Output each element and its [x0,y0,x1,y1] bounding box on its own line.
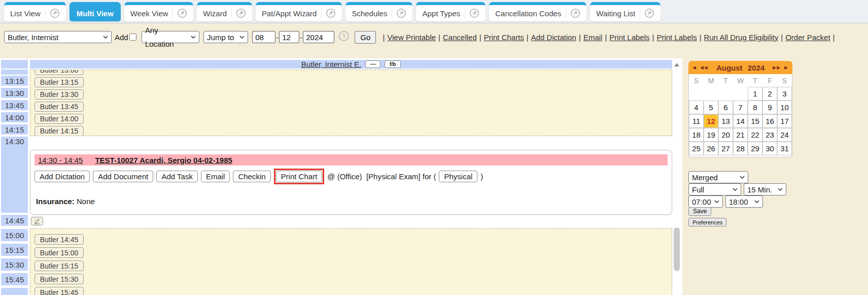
date-year-input[interactable] [303,31,334,43]
go-button[interactable]: Go [355,31,376,44]
toolbar-link-print-charts[interactable]: Print Charts [484,33,524,42]
calendar-day-19[interactable]: 19 [704,128,718,142]
tab-week-view[interactable]: Week View [124,2,193,21]
calendar-day-21[interactable]: 21 [733,128,748,142]
appt-action-checkin[interactable]: Checkin [233,171,270,182]
appointment-type-button[interactable]: Physical [439,171,477,182]
scrollbar-thumb[interactable] [674,227,680,271]
calendar-day-24[interactable]: 24 [777,128,792,142]
calendar-day-2[interactable]: 2 [762,87,777,101]
slot-button-butler-15-00[interactable]: Butler 15:00 [34,247,84,258]
clock-icon[interactable] [338,35,350,43]
slot-button-butler-15-45[interactable]: Butler 15:45 [34,287,84,295]
scroll-up-arrow[interactable] [674,63,679,67]
appt-action-add-dictation[interactable]: Add Dictation [34,171,90,182]
calendar-day-7[interactable]: 7 [733,101,748,114]
slot-button-butler-14-00[interactable]: Butler 14:00 [34,114,84,124]
calendar-day-4[interactable]: 4 [689,101,704,114]
calendar-day-28[interactable]: 28 [733,142,748,155]
calendar-day-23[interactable]: 23 [762,128,777,142]
slot-button-butler-13-30[interactable]: Butler 13:30 [34,89,84,100]
appt-action-add-document[interactable]: Add Document [93,171,153,182]
open-new-window-icon[interactable] [321,8,340,18]
appt-action-email[interactable]: Email [201,171,230,182]
calendar-day-12[interactable]: 12 [704,114,718,128]
toolbar-link-cancelled[interactable]: Cancelled [443,33,477,42]
calendar-day-20[interactable]: 20 [718,128,733,142]
provider-select[interactable]: Butler, Internist [4,31,112,43]
calendar-day-18[interactable]: 18 [689,128,704,142]
tab-cancellation-codes[interactable]: Cancellation Codes [489,2,586,21]
provider-column-link[interactable]: Butler, Internist E. [301,60,361,69]
date-month-input[interactable] [252,31,275,43]
calendar-day-30[interactable]: 30 [762,142,777,155]
calendar-day-22[interactable]: 22 [748,128,762,142]
tab-appt-types[interactable]: Appt Types [416,2,485,21]
calendar-day-10[interactable]: 10 [777,101,792,114]
save-button[interactable]: Save [688,207,711,216]
calendar-day-8[interactable]: 8 [748,101,762,114]
slot-button-butler-15-15[interactable]: Butler 15:15 [34,260,84,271]
slot-button-butler-13-15[interactable]: Butler 13:15 [34,77,84,87]
calendar-day-27[interactable]: 27 [718,142,733,155]
date-day-input[interactable] [279,31,299,43]
toolbar-link-view-printable[interactable]: View Printable [387,33,436,42]
open-new-window-icon[interactable] [45,8,64,18]
open-new-window-icon[interactable] [566,8,584,18]
calendar-day-14[interactable]: 14 [733,114,748,128]
calendar-prev-double-arrow[interactable]: ◀◀ [700,65,708,70]
open-new-window-icon[interactable] [172,8,191,18]
open-new-window-icon[interactable] [465,8,483,18]
location-select[interactable]: Any Location [142,31,199,43]
calendar-day-5[interactable]: 5 [704,101,718,114]
open-new-window-icon[interactable] [640,8,658,18]
preferences-button[interactable]: Preferences [688,218,726,226]
tab-multi-view[interactable]: Multi View [70,2,121,21]
interval-select[interactable]: 15 Min. [744,183,786,195]
calendar-next-arrow[interactable]: ▶ [784,65,788,70]
tab-pat-appt-wizard[interactable]: Pat/Appt Wizard [256,2,342,21]
tab-waiting-list[interactable]: Waiting List [590,2,661,21]
slot-button-butler-14-15[interactable]: Butler 14:15 [34,126,84,136]
toolbar-link-order-packet[interactable]: Order Packet [785,33,830,42]
calendar-day-15[interactable]: 15 [748,114,762,128]
appointment-time-link[interactable]: 14:30 - 14:45 [38,156,83,165]
edit-slot-button[interactable] [31,217,43,225]
toolbar-link-print-labels[interactable]: Print Labels [656,33,697,42]
open-new-window-icon[interactable] [231,8,250,18]
calendar-day-1[interactable]: 1 [748,87,762,101]
calendar-day-31[interactable]: 31 [777,142,792,155]
fb-button[interactable]: f/b [385,60,401,68]
slot-button-butler-15-30[interactable]: Butler 15:30 [34,274,84,284]
calendar-day-17[interactable]: 17 [777,114,792,128]
calendar-day-9[interactable]: 9 [762,101,777,114]
layout-mode-select[interactable]: Merged [688,171,748,183]
toolbar-link-add-dictation[interactable]: Add Dictation [531,33,576,42]
calendar-day-6[interactable]: 6 [718,101,733,114]
calendar-day-29[interactable]: 29 [748,142,762,155]
toolbar-link-run-all-drug-eligibility[interactable]: Run All Drug Eligibility [704,33,779,42]
collapse-column-button[interactable]: — [365,60,380,68]
calendar-day-16[interactable]: 16 [762,114,777,128]
start-time-select[interactable]: 07:00 [688,195,723,208]
size-select[interactable]: Full [688,183,741,195]
calendar-prev-arrow[interactable]: ◀ [692,65,697,70]
open-new-window-icon[interactable] [392,8,410,18]
add-checkbox[interactable] [129,34,136,41]
end-time-select[interactable]: 18:00 [725,195,763,208]
toolbar-link-email[interactable]: Email [583,33,603,42]
tab-schedules[interactable]: Schedules [345,2,412,21]
slot-button-butler-13-00[interactable]: Butler 13:00 [34,70,84,75]
appointment-patient-link[interactable]: TEST-10027 Acardi, Sergio 04-02-1985 [95,156,232,165]
tab-wizard[interactable]: Wizard [197,2,252,21]
calendar-day-3[interactable]: 3 [777,87,792,101]
appt-action-print-chart[interactable]: Print Chart [276,171,323,182]
calendar-day-11[interactable]: 11 [689,114,704,128]
calendar-day-13[interactable]: 13 [718,114,733,128]
calendar-day-26[interactable]: 26 [704,142,718,155]
toolbar-link-print-labels[interactable]: Print Labels [609,33,649,42]
jump-to-select[interactable]: Jump to [203,31,248,43]
slot-button-butler-13-45[interactable]: Butler 13:45 [34,102,84,112]
calendar-day-25[interactable]: 25 [689,142,704,155]
appt-action-add-task[interactable]: Add Task [156,171,197,182]
